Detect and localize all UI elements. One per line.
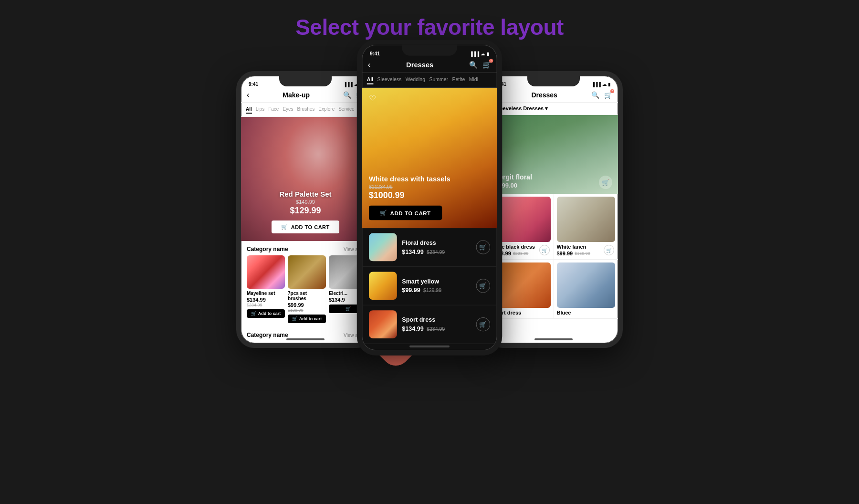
prod-price-1a: $134.99 bbox=[247, 297, 285, 303]
prod-name-1a: Mayeline set bbox=[247, 291, 285, 296]
status-icons-3: ▐▐▐ ☁ ▮ bbox=[592, 82, 610, 87]
hero-price-1: $129.99 bbox=[272, 206, 339, 216]
list-name-2b: Smart yellow bbox=[402, 278, 471, 285]
tab-eyes-1[interactable]: Eyes bbox=[283, 105, 293, 114]
btn-label-1b: Add to cart bbox=[299, 316, 322, 321]
list-info-2c: Sport dress $134.99 $234.99 bbox=[402, 316, 471, 333]
nav-icons-2: 🔍 🛒7 bbox=[469, 61, 491, 69]
page-title: Select your favorite layout bbox=[295, 14, 564, 40]
list-info-2a: Floral dress $134.99 $234.99 bbox=[402, 239, 471, 255]
tab-face-1[interactable]: Face bbox=[268, 105, 279, 114]
phone-1: 9:41 ▐▐▐ ☁ ▮ ‹ Make-up 🔍 🛒7 All Lips Fac… bbox=[236, 71, 375, 348]
grid-cart-3b[interactable]: 🛒 bbox=[604, 245, 614, 255]
tab-midi-2[interactable]: Midi bbox=[469, 76, 478, 84]
search-icon-2[interactable]: 🔍 bbox=[469, 61, 478, 69]
nav-title-2: Dresses bbox=[370, 61, 469, 69]
notch-3 bbox=[527, 76, 580, 86]
tab-all-1[interactable]: All bbox=[246, 105, 252, 114]
tab-explore-1[interactable]: Explore bbox=[318, 105, 335, 114]
status-icons-2: ▐▐▐ ☁ ▮ bbox=[470, 51, 489, 56]
list-old-2a: $234.99 bbox=[427, 249, 445, 255]
list-cart-2b[interactable]: 🛒 bbox=[476, 279, 490, 293]
cart-icon-1b: 🛒 bbox=[292, 316, 297, 321]
btn-label-1a: Add to cart bbox=[258, 311, 281, 316]
hero-btn-label-1: ADD TO CART bbox=[291, 224, 330, 230]
hero-add-to-cart-2[interactable]: 🛒 ADD TO CART bbox=[369, 206, 442, 220]
signal-icon-2: ▐▐▐ bbox=[470, 51, 479, 56]
hero-3: Sergit floral $199.00 🛒 bbox=[489, 115, 618, 194]
cart-icon-1a: 🛒 bbox=[251, 311, 256, 316]
cart-icon-2[interactable]: 🛒7 bbox=[482, 61, 491, 69]
grid-thumb-3d bbox=[557, 262, 616, 308]
notch-1 bbox=[279, 76, 332, 86]
product-card-1a: Mayeline set $134.99 $234.99 🛒 Add to ca… bbox=[247, 255, 285, 323]
prod-old-1b: $139.99 bbox=[288, 308, 326, 313]
grid-item-3b: White lanen $99.99 $159.99 🛒 bbox=[554, 194, 618, 260]
hero-name-2: White dress with tassels bbox=[369, 175, 450, 183]
list-prices-2c: $134.99 $234.99 bbox=[402, 326, 471, 333]
list-thumb-2b bbox=[369, 272, 397, 300]
nav-bar-3: ‹ Dresses 🔍 🛒7 bbox=[489, 88, 618, 103]
hero-1: Red Palette Set $149.99 $129.99 🛒 ADD TO… bbox=[241, 117, 370, 241]
search-icon-3[interactable]: 🔍 bbox=[591, 91, 599, 99]
list-name-2a: Floral dress bbox=[402, 239, 471, 246]
dropdown-label-3: Sleeveless Dresses ▾ bbox=[495, 105, 548, 112]
tab-summer-2[interactable]: Summer bbox=[429, 76, 448, 84]
product-thumb-1b bbox=[288, 255, 326, 289]
signal-icon-3: ▐▐▐ bbox=[592, 82, 601, 87]
list-old-2b: $129.99 bbox=[423, 287, 441, 293]
list-cart-2a[interactable]: 🛒 bbox=[476, 240, 490, 254]
search-icon-1[interactable]: 🔍 bbox=[343, 91, 351, 99]
list-cart-2c[interactable]: 🛒 bbox=[476, 317, 490, 331]
cart-icon-3[interactable]: 🛒7 bbox=[604, 91, 612, 99]
list-thumb-2a bbox=[369, 233, 397, 262]
cart-circle-3[interactable]: 🛒 bbox=[599, 176, 612, 189]
hero-name-1: Red Palette Set bbox=[272, 190, 339, 198]
nav-bar-1: ‹ Make-up 🔍 🛒7 bbox=[241, 88, 370, 103]
list-item-2b: Smart yellow $99.99 $129.99 🛒 bbox=[362, 267, 497, 305]
phone-2: 9:41 ▐▐▐ ☁ ▮ ‹ Dresses 🔍 🛒7 All Sleevele… bbox=[357, 40, 503, 356]
category-title-1: Category name bbox=[247, 246, 288, 252]
hero-price-2: $1000.99 bbox=[369, 190, 450, 200]
battery-icon-2: ▮ bbox=[487, 51, 489, 56]
prod-old-1a: $234.99 bbox=[247, 303, 285, 307]
prod-name-1b: 7pcs set brushes bbox=[288, 291, 326, 301]
grid-old-3a: $223.99 bbox=[513, 251, 529, 256]
tabs-1: All Lips Face Eyes Brushes Explore Servi… bbox=[241, 103, 370, 117]
add-to-cart-1a[interactable]: 🛒 Add to cart bbox=[247, 309, 285, 318]
product-row-1: Mayeline set $134.99 $234.99 🛒 Add to ca… bbox=[241, 255, 370, 323]
tab-all-2[interactable]: All bbox=[367, 76, 373, 84]
phones-container: 9:41 ▐▐▐ ☁ ▮ ‹ Make-up 🔍 🛒7 All Lips Fac… bbox=[191, 59, 668, 360]
hero-add-to-cart-1[interactable]: 🛒 ADD TO CART bbox=[272, 220, 339, 233]
hero-text-1: Red Palette Set $149.99 $129.99 🛒 ADD TO… bbox=[272, 190, 339, 233]
list-old-2c: $234.99 bbox=[427, 326, 445, 332]
grid-cart-3a[interactable]: 🛒 bbox=[539, 245, 550, 255]
cart-icon-hero-1: 🛒 bbox=[281, 224, 288, 230]
hero-2: ♡ White dress with tassels $11234.99 $10… bbox=[362, 88, 497, 228]
list-item-2c: Sport dress $134.99 $234.99 🛒 bbox=[362, 305, 497, 344]
hero-old-price-2: $11234.99 bbox=[369, 184, 450, 190]
dropdown-filter-3[interactable]: Sleeveless Dresses ▾ bbox=[489, 103, 618, 115]
grid-price-3b: $99.99 bbox=[557, 251, 573, 256]
tab-service-1[interactable]: Service bbox=[338, 105, 354, 114]
time-2: 9:41 bbox=[370, 51, 380, 56]
list-name-2c: Sport dress bbox=[402, 316, 471, 324]
tab-sleeveless-2[interactable]: Sleeveless bbox=[377, 76, 402, 84]
grid-thumb-3b bbox=[557, 197, 616, 242]
hero-text-2: White dress with tassels $11234.99 $1000… bbox=[369, 175, 450, 220]
makeup-img-1a bbox=[247, 255, 285, 289]
heart-icon-2[interactable]: ♡ bbox=[369, 94, 376, 104]
battery-icon-3: ▮ bbox=[608, 82, 610, 87]
home-indicator-1 bbox=[286, 338, 325, 340]
nav-icons-3: 🔍 🛒7 bbox=[591, 91, 612, 99]
list-thumb-2c bbox=[369, 310, 397, 338]
wifi-icon-3: ☁ bbox=[602, 82, 607, 87]
tab-lips-1[interactable]: Lips bbox=[256, 105, 264, 114]
list-price-2a: $134.99 bbox=[402, 248, 424, 255]
tab-brushes-1[interactable]: Brushes bbox=[297, 105, 315, 114]
grid-name-3d: Bluee bbox=[557, 310, 616, 315]
notch-2 bbox=[402, 45, 457, 56]
tab-petite-2[interactable]: Petite bbox=[452, 76, 465, 84]
tab-wedding-2[interactable]: Wedding bbox=[406, 76, 425, 84]
add-to-cart-1b[interactable]: 🛒 Add to cart bbox=[288, 315, 326, 323]
